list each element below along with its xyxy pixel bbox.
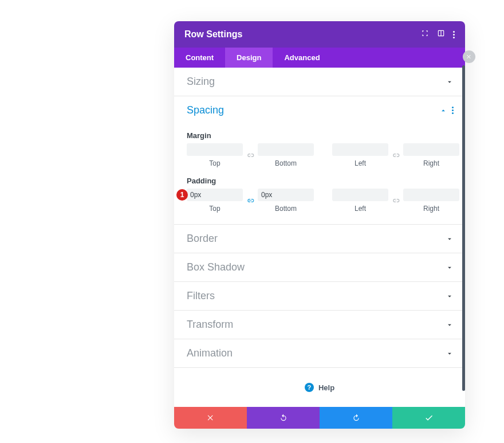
section-animation[interactable]: Animation xyxy=(174,339,465,367)
chevron-down-icon xyxy=(446,264,454,272)
panel-body: Sizing Spacing Margin xyxy=(174,68,465,407)
more-icon[interactable] xyxy=(453,31,455,38)
margin-group: Margin Top Bottom xyxy=(187,131,452,167)
label-right: Right xyxy=(403,205,459,213)
save-button[interactable] xyxy=(392,407,465,429)
tab-content[interactable]: Content xyxy=(174,48,225,68)
label-left: Left xyxy=(332,159,388,167)
padding-right-input[interactable] xyxy=(403,189,459,201)
tab-bar: Content Design Advanced xyxy=(174,48,465,68)
chevron-down-icon xyxy=(446,350,454,358)
cancel-button[interactable] xyxy=(174,407,247,429)
link-icon-active[interactable] xyxy=(245,195,255,206)
padding-row: 1 Top Bottom xyxy=(187,189,452,213)
label-bottom: Bottom xyxy=(258,159,314,167)
margin-label: Margin xyxy=(187,131,452,140)
panel-footer xyxy=(174,407,465,429)
padding-label: Padding xyxy=(187,177,452,185)
margin-bottom-input[interactable] xyxy=(258,143,314,156)
header-icon-group xyxy=(421,29,455,40)
tab-design[interactable]: Design xyxy=(225,48,273,68)
padding-bottom-input[interactable] xyxy=(258,189,314,201)
row-settings-panel: Row Settings Content Design Advanced Siz… xyxy=(174,21,465,429)
section-sizing[interactable]: Sizing xyxy=(174,68,465,96)
label-bottom: Bottom xyxy=(258,205,314,213)
section-box-shadow[interactable]: Box Shadow xyxy=(174,253,465,281)
crosshair-icon[interactable] xyxy=(421,29,429,40)
label-top: Top xyxy=(187,205,243,213)
label-left: Left xyxy=(332,205,388,213)
section-filters[interactable]: Filters xyxy=(174,281,465,310)
section-border[interactable]: Border xyxy=(174,224,465,253)
padding-left-input[interactable] xyxy=(332,189,388,201)
step-annotation-1: 1 xyxy=(176,189,188,201)
tab-advanced[interactable]: Advanced xyxy=(273,48,331,68)
section-title-spacing: Spacing xyxy=(187,104,224,116)
link-icon[interactable] xyxy=(391,150,401,160)
chevron-down-icon xyxy=(446,235,454,243)
section-transform[interactable]: Transform xyxy=(174,310,465,339)
padding-group: Padding 1 Top Bottom xyxy=(187,177,452,213)
section-title-animation: Animation xyxy=(187,347,233,359)
link-icon[interactable] xyxy=(245,150,255,160)
redo-button[interactable] xyxy=(320,407,392,429)
margin-right-input[interactable] xyxy=(403,143,459,156)
section-title-filters: Filters xyxy=(187,290,215,302)
label-right: Right xyxy=(403,159,459,167)
section-more-icon[interactable] xyxy=(452,107,454,114)
close-overlay-button[interactable] xyxy=(463,50,475,63)
spacing-body: Margin Top Bottom xyxy=(174,124,465,224)
help-row[interactable]: ? Help xyxy=(174,367,465,407)
section-title-transform: Transform xyxy=(187,319,233,331)
margin-row: Top Bottom Left xyxy=(187,143,452,167)
margin-top-input[interactable] xyxy=(187,143,243,156)
margin-left-input[interactable] xyxy=(332,143,388,156)
panel-title: Row Settings xyxy=(184,29,242,40)
help-icon: ? xyxy=(305,383,314,392)
chevron-up-icon xyxy=(439,107,447,115)
section-title-sizing: Sizing xyxy=(187,76,215,88)
chevron-down-icon xyxy=(446,321,454,329)
label-top: Top xyxy=(187,159,243,167)
section-title-box-shadow: Box Shadow xyxy=(187,261,245,273)
responsive-icon[interactable] xyxy=(437,29,445,40)
link-icon[interactable] xyxy=(391,195,401,206)
section-title-border: Border xyxy=(187,233,218,245)
help-label: Help xyxy=(318,383,334,392)
chevron-down-icon xyxy=(446,292,454,300)
panel-header: Row Settings xyxy=(174,21,465,48)
chevron-down-icon xyxy=(446,78,454,86)
undo-button[interactable] xyxy=(247,407,320,429)
section-spacing[interactable]: Spacing xyxy=(174,96,465,124)
padding-top-input[interactable] xyxy=(187,189,243,201)
scrollbar[interactable] xyxy=(462,65,465,391)
